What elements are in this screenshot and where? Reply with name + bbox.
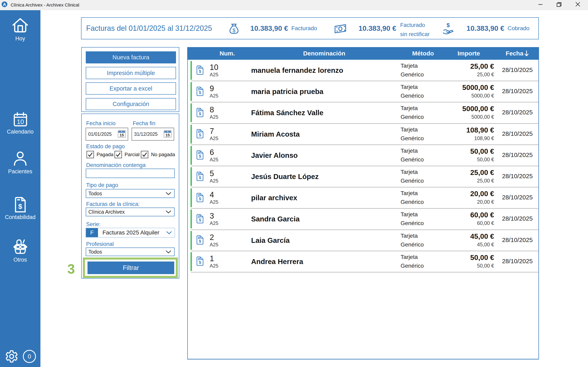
svg-text:$: $ (199, 133, 201, 137)
svg-text:$: $ (199, 197, 201, 201)
svg-text:$: $ (199, 175, 201, 180)
svg-text:$: $ (233, 27, 236, 33)
svg-text:$: $ (199, 111, 201, 116)
svg-text:10: 10 (17, 118, 24, 125)
svg-text:$: $ (199, 69, 201, 74)
svg-text:15: 15 (165, 133, 170, 137)
svg-text:$: $ (199, 260, 201, 265)
svg-text:$: $ (199, 218, 201, 222)
svg-text:$: $ (447, 22, 450, 28)
svg-text:$: $ (199, 154, 201, 158)
svg-text:$: $ (18, 202, 22, 210)
svg-text:15: 15 (120, 133, 124, 137)
svg-text:$: $ (199, 90, 201, 95)
svg-text:$: $ (199, 239, 201, 243)
